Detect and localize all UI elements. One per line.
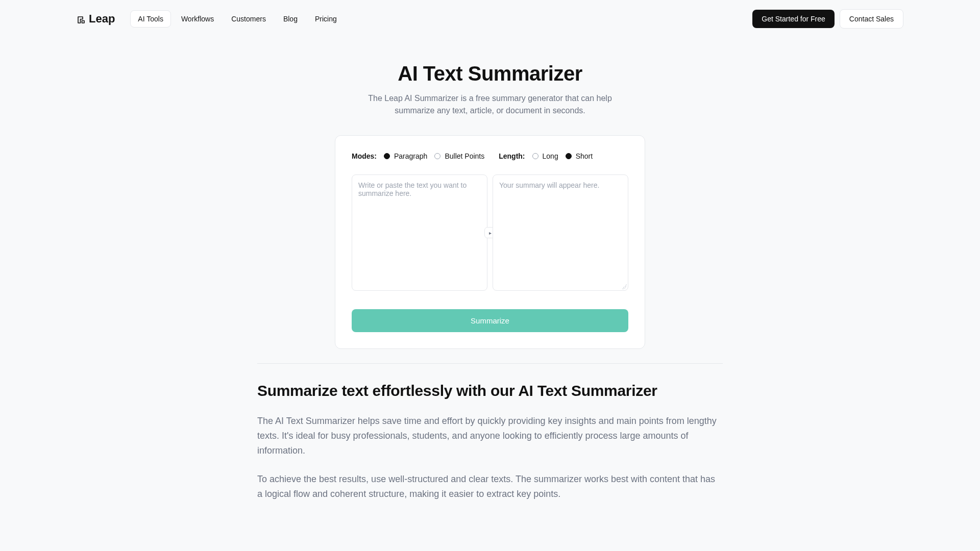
get-started-button[interactable]: Get Started for Free <box>752 10 835 28</box>
leap-logo-icon <box>77 14 86 23</box>
nav-pricing[interactable]: Pricing <box>308 11 344 27</box>
radio-icon <box>532 153 538 159</box>
length-short-label: Short <box>576 152 593 160</box>
nav-blog[interactable]: Blog <box>276 11 305 27</box>
content-heading: Summarize text effortlessly with our AI … <box>257 382 723 399</box>
page-title: AI Text Summarizer <box>0 62 980 85</box>
modes-group: Modes: Paragraph Bullet Points <box>352 152 484 160</box>
output-panel: Your summary will appear here. <box>493 174 628 291</box>
subtitle-line-2: summarize any text, article, or document… <box>395 106 585 115</box>
content-paragraph-1: The AI Text Summarizer helps save time a… <box>257 414 723 458</box>
mode-paragraph-label: Paragraph <box>394 152 427 160</box>
hero-section: AI Text Summarizer The Leap AI Summarize… <box>0 62 980 117</box>
content-paragraph-2: To achieve the best results, use well-st… <box>257 472 723 502</box>
modes-label: Modes: <box>352 152 377 160</box>
section-divider <box>257 363 723 364</box>
page-subtitle: The Leap AI Summarizer is a free summary… <box>0 92 980 117</box>
brand-name: Leap <box>89 12 115 26</box>
summarize-button[interactable]: Summarize <box>352 309 628 332</box>
nav-workflows[interactable]: Workflows <box>174 11 221 27</box>
output-placeholder: Your summary will appear here. <box>499 181 599 189</box>
length-long-label: Long <box>543 152 558 160</box>
length-short[interactable]: Short <box>566 152 593 160</box>
brand-logo[interactable]: Leap <box>77 12 115 26</box>
site-header: Leap AI Tools Workflows Customers Blog P… <box>0 0 980 38</box>
header-right: Get Started for Free Contact Sales <box>752 9 903 29</box>
length-long[interactable]: Long <box>532 152 558 160</box>
radio-icon <box>566 153 572 159</box>
main-nav: AI Tools Workflows Customers Blog Pricin… <box>130 10 344 28</box>
header-left: Leap AI Tools Workflows Customers Blog P… <box>77 10 344 28</box>
radio-icon <box>384 153 390 159</box>
length-group: Length: Long Short <box>499 152 593 160</box>
subtitle-line-1: The Leap AI Summarizer is a free summary… <box>368 94 612 103</box>
length-label: Length: <box>499 152 525 160</box>
contact-sales-button[interactable]: Contact Sales <box>840 9 903 29</box>
content-section: Summarize text effortlessly with our AI … <box>257 382 723 502</box>
nav-customers[interactable]: Customers <box>224 11 273 27</box>
mode-bullet-label: Bullet Points <box>445 152 484 160</box>
panels-row: ▸ Your summary will appear here. <box>352 174 628 291</box>
controls-row: Modes: Paragraph Bullet Points Length: L… <box>352 152 628 160</box>
input-textarea[interactable] <box>352 174 487 291</box>
nav-ai-tools[interactable]: AI Tools <box>130 10 171 28</box>
summarizer-card: Modes: Paragraph Bullet Points Length: L… <box>335 135 645 349</box>
radio-icon <box>434 153 440 159</box>
mode-paragraph[interactable]: Paragraph <box>384 152 427 160</box>
mode-bullet-points[interactable]: Bullet Points <box>434 152 484 160</box>
